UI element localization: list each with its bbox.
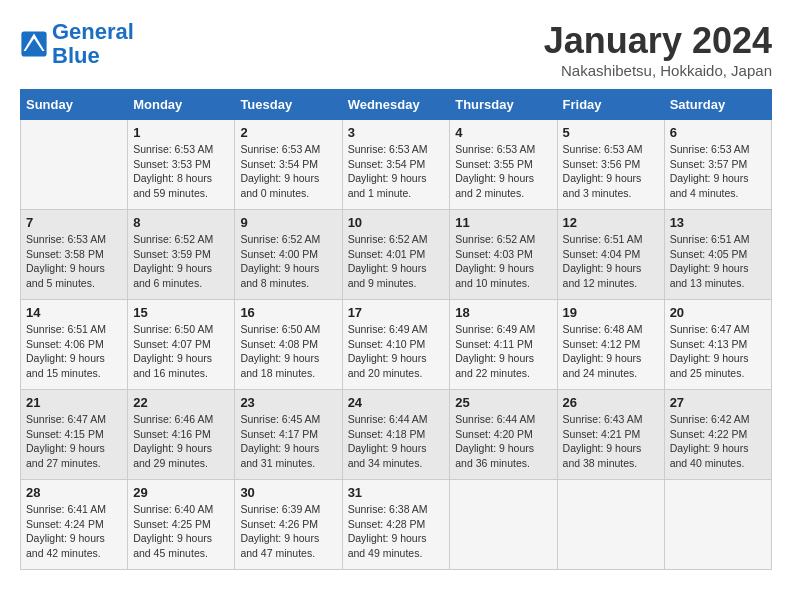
day-number: 31 — [348, 485, 445, 500]
page-header: General Blue January 2024 Nakashibetsu, … — [20, 20, 772, 79]
calendar-cell: 25Sunrise: 6:44 AMSunset: 4:20 PMDayligh… — [450, 390, 557, 480]
day-number: 15 — [133, 305, 229, 320]
day-info: Sunrise: 6:46 AMSunset: 4:16 PMDaylight:… — [133, 412, 229, 471]
day-number: 27 — [670, 395, 766, 410]
day-info: Sunrise: 6:44 AMSunset: 4:18 PMDaylight:… — [348, 412, 445, 471]
day-header-saturday: Saturday — [664, 90, 771, 120]
day-info: Sunrise: 6:53 AMSunset: 3:57 PMDaylight:… — [670, 142, 766, 201]
calendar-table: SundayMondayTuesdayWednesdayThursdayFrid… — [20, 89, 772, 570]
day-number: 9 — [240, 215, 336, 230]
calendar-cell: 23Sunrise: 6:45 AMSunset: 4:17 PMDayligh… — [235, 390, 342, 480]
day-info: Sunrise: 6:53 AMSunset: 3:54 PMDaylight:… — [348, 142, 445, 201]
calendar-cell — [664, 480, 771, 570]
calendar-cell: 16Sunrise: 6:50 AMSunset: 4:08 PMDayligh… — [235, 300, 342, 390]
day-info: Sunrise: 6:48 AMSunset: 4:12 PMDaylight:… — [563, 322, 659, 381]
day-info: Sunrise: 6:38 AMSunset: 4:28 PMDaylight:… — [348, 502, 445, 561]
day-header-thursday: Thursday — [450, 90, 557, 120]
calendar-cell: 22Sunrise: 6:46 AMSunset: 4:16 PMDayligh… — [128, 390, 235, 480]
day-info: Sunrise: 6:53 AMSunset: 3:56 PMDaylight:… — [563, 142, 659, 201]
calendar-cell: 19Sunrise: 6:48 AMSunset: 4:12 PMDayligh… — [557, 300, 664, 390]
day-info: Sunrise: 6:51 AMSunset: 4:06 PMDaylight:… — [26, 322, 122, 381]
day-header-friday: Friday — [557, 90, 664, 120]
day-number: 7 — [26, 215, 122, 230]
day-info: Sunrise: 6:44 AMSunset: 4:20 PMDaylight:… — [455, 412, 551, 471]
day-info: Sunrise: 6:52 AMSunset: 4:03 PMDaylight:… — [455, 232, 551, 291]
day-info: Sunrise: 6:53 AMSunset: 3:58 PMDaylight:… — [26, 232, 122, 291]
day-number: 21 — [26, 395, 122, 410]
day-number: 10 — [348, 215, 445, 230]
calendar-cell: 21Sunrise: 6:47 AMSunset: 4:15 PMDayligh… — [21, 390, 128, 480]
calendar-cell: 13Sunrise: 6:51 AMSunset: 4:05 PMDayligh… — [664, 210, 771, 300]
day-number: 24 — [348, 395, 445, 410]
calendar-cell: 3Sunrise: 6:53 AMSunset: 3:54 PMDaylight… — [342, 120, 450, 210]
day-info: Sunrise: 6:51 AMSunset: 4:04 PMDaylight:… — [563, 232, 659, 291]
day-info: Sunrise: 6:52 AMSunset: 4:01 PMDaylight:… — [348, 232, 445, 291]
day-number: 28 — [26, 485, 122, 500]
day-info: Sunrise: 6:47 AMSunset: 4:13 PMDaylight:… — [670, 322, 766, 381]
calendar-cell: 26Sunrise: 6:43 AMSunset: 4:21 PMDayligh… — [557, 390, 664, 480]
day-number: 14 — [26, 305, 122, 320]
day-info: Sunrise: 6:53 AMSunset: 3:53 PMDaylight:… — [133, 142, 229, 201]
day-number: 13 — [670, 215, 766, 230]
calendar-cell: 29Sunrise: 6:40 AMSunset: 4:25 PMDayligh… — [128, 480, 235, 570]
calendar-cell — [557, 480, 664, 570]
day-number: 11 — [455, 215, 551, 230]
day-number: 22 — [133, 395, 229, 410]
calendar-cell: 17Sunrise: 6:49 AMSunset: 4:10 PMDayligh… — [342, 300, 450, 390]
day-number: 25 — [455, 395, 551, 410]
calendar-cell: 31Sunrise: 6:38 AMSunset: 4:28 PMDayligh… — [342, 480, 450, 570]
day-info: Sunrise: 6:49 AMSunset: 4:10 PMDaylight:… — [348, 322, 445, 381]
day-number: 20 — [670, 305, 766, 320]
day-number: 23 — [240, 395, 336, 410]
calendar-week-row: 1Sunrise: 6:53 AMSunset: 3:53 PMDaylight… — [21, 120, 772, 210]
day-number: 6 — [670, 125, 766, 140]
day-header-wednesday: Wednesday — [342, 90, 450, 120]
day-info: Sunrise: 6:47 AMSunset: 4:15 PMDaylight:… — [26, 412, 122, 471]
day-info: Sunrise: 6:49 AMSunset: 4:11 PMDaylight:… — [455, 322, 551, 381]
calendar-week-row: 7Sunrise: 6:53 AMSunset: 3:58 PMDaylight… — [21, 210, 772, 300]
day-info: Sunrise: 6:42 AMSunset: 4:22 PMDaylight:… — [670, 412, 766, 471]
day-info: Sunrise: 6:51 AMSunset: 4:05 PMDaylight:… — [670, 232, 766, 291]
calendar-cell: 8Sunrise: 6:52 AMSunset: 3:59 PMDaylight… — [128, 210, 235, 300]
day-info: Sunrise: 6:39 AMSunset: 4:26 PMDaylight:… — [240, 502, 336, 561]
day-info: Sunrise: 6:41 AMSunset: 4:24 PMDaylight:… — [26, 502, 122, 561]
logo-text: General Blue — [52, 20, 134, 68]
day-number: 17 — [348, 305, 445, 320]
calendar-week-row: 28Sunrise: 6:41 AMSunset: 4:24 PMDayligh… — [21, 480, 772, 570]
day-info: Sunrise: 6:40 AMSunset: 4:25 PMDaylight:… — [133, 502, 229, 561]
calendar-week-row: 14Sunrise: 6:51 AMSunset: 4:06 PMDayligh… — [21, 300, 772, 390]
calendar-cell: 28Sunrise: 6:41 AMSunset: 4:24 PMDayligh… — [21, 480, 128, 570]
day-info: Sunrise: 6:52 AMSunset: 3:59 PMDaylight:… — [133, 232, 229, 291]
day-number: 8 — [133, 215, 229, 230]
day-number: 2 — [240, 125, 336, 140]
calendar-cell: 7Sunrise: 6:53 AMSunset: 3:58 PMDaylight… — [21, 210, 128, 300]
calendar-cell: 12Sunrise: 6:51 AMSunset: 4:04 PMDayligh… — [557, 210, 664, 300]
day-info: Sunrise: 6:53 AMSunset: 3:55 PMDaylight:… — [455, 142, 551, 201]
calendar-cell — [450, 480, 557, 570]
day-number: 16 — [240, 305, 336, 320]
day-number: 30 — [240, 485, 336, 500]
day-number: 4 — [455, 125, 551, 140]
location: Nakashibetsu, Hokkaido, Japan — [544, 62, 772, 79]
day-header-tuesday: Tuesday — [235, 90, 342, 120]
calendar-cell: 4Sunrise: 6:53 AMSunset: 3:55 PMDaylight… — [450, 120, 557, 210]
day-info: Sunrise: 6:52 AMSunset: 4:00 PMDaylight:… — [240, 232, 336, 291]
calendar-cell: 20Sunrise: 6:47 AMSunset: 4:13 PMDayligh… — [664, 300, 771, 390]
day-number: 5 — [563, 125, 659, 140]
day-info: Sunrise: 6:43 AMSunset: 4:21 PMDaylight:… — [563, 412, 659, 471]
calendar-cell: 18Sunrise: 6:49 AMSunset: 4:11 PMDayligh… — [450, 300, 557, 390]
day-number: 1 — [133, 125, 229, 140]
calendar-cell: 11Sunrise: 6:52 AMSunset: 4:03 PMDayligh… — [450, 210, 557, 300]
calendar-cell: 2Sunrise: 6:53 AMSunset: 3:54 PMDaylight… — [235, 120, 342, 210]
calendar-cell: 27Sunrise: 6:42 AMSunset: 4:22 PMDayligh… — [664, 390, 771, 480]
day-number: 19 — [563, 305, 659, 320]
day-number: 3 — [348, 125, 445, 140]
day-info: Sunrise: 6:53 AMSunset: 3:54 PMDaylight:… — [240, 142, 336, 201]
day-number: 18 — [455, 305, 551, 320]
calendar-header-row: SundayMondayTuesdayWednesdayThursdayFrid… — [21, 90, 772, 120]
calendar-cell: 15Sunrise: 6:50 AMSunset: 4:07 PMDayligh… — [128, 300, 235, 390]
calendar-week-row: 21Sunrise: 6:47 AMSunset: 4:15 PMDayligh… — [21, 390, 772, 480]
day-number: 12 — [563, 215, 659, 230]
month-title: January 2024 — [544, 20, 772, 62]
calendar-cell — [21, 120, 128, 210]
